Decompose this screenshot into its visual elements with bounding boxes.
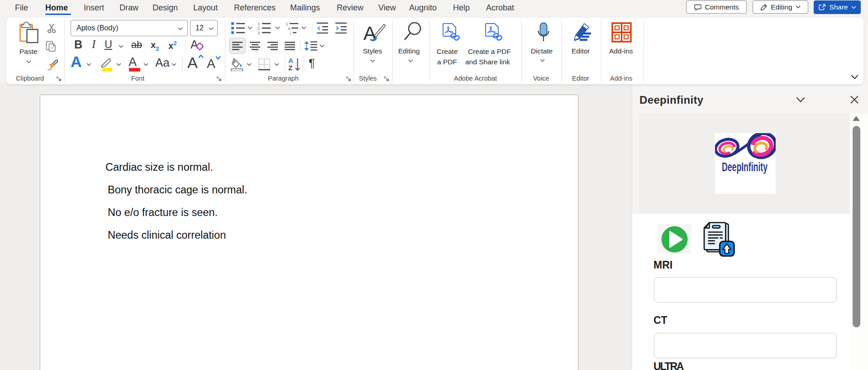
- svg-text:Z: Z: [288, 64, 292, 71]
- svg-text:A: A: [191, 38, 198, 51]
- svg-text:3: 3: [258, 30, 260, 35]
- svg-text:i: i: [290, 30, 291, 35]
- svg-text:DeepInfinity: DeepInfinity: [722, 160, 768, 174]
- svg-text:A: A: [288, 57, 293, 64]
